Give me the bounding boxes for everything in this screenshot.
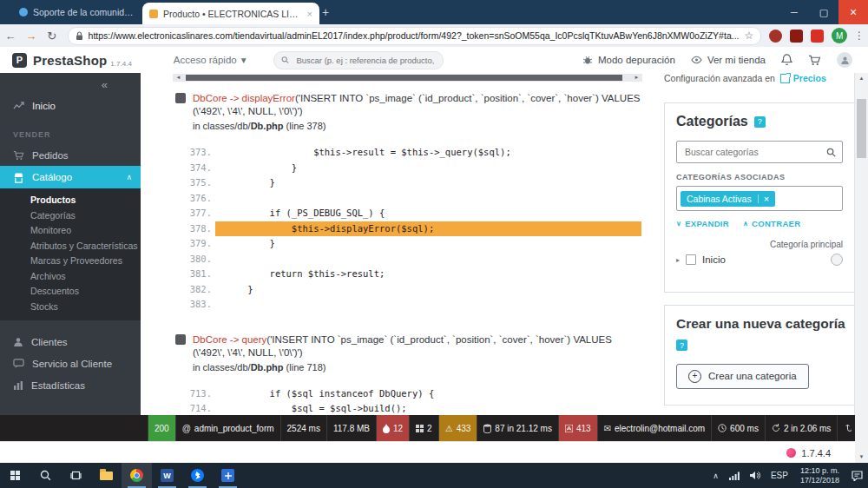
category-tree-item[interactable]: ▸ Inicio [676,254,843,278]
profiler-database[interactable]: 87 in 21.12 ms [477,415,558,441]
horizontal-scrollbar-track[interactable] [184,74,631,82]
url-text[interactable]: https://www.electronicaslinares.com/tien… [89,30,740,41]
collapse-all-link[interactable]: ∧ CONTRAER [743,219,800,228]
sidebar-item-servicio-al-cliente[interactable]: Servicio al Cliente [0,353,141,374]
notifications-bell-icon[interactable] [781,54,792,66]
forward-button[interactable]: → [21,30,42,43]
admin-profile-avatar[interactable] [837,52,852,68]
admin-search[interactable] [273,51,444,69]
expand-all-link[interactable]: ∨ EXPANDIR [676,219,729,228]
sidebar-subitem-descuentos[interactable]: Descuentos [0,284,141,300]
advanced-prices-link[interactable]: Precios [780,73,826,83]
sidebar-item-inicio[interactable]: Inicio [0,95,141,116]
network-icon[interactable] [724,463,745,488]
scroll-up-button[interactable]: ▲ [855,73,868,84]
horizontal-scrollbar-thumb[interactable] [186,75,622,81]
prestashop-logo-icon[interactable]: P [12,53,27,68]
messenger-taskbar-button[interactable] [182,463,213,488]
start-button[interactable] [0,463,30,488]
app-taskbar-button[interactable] [213,463,243,488]
window-minimize-button[interactable]: ─ [779,0,809,24]
view-shop-link[interactable]: Ver mi tienda [691,55,766,65]
taskbar-clock[interactable]: 12:10 p. m. 17/12/2018 [793,466,846,485]
profiler-status[interactable]: 200 [148,415,175,441]
sidebar-subitem-stocks[interactable]: Stocks [0,300,141,315]
volume-icon[interactable] [745,463,766,488]
profiler-route[interactable]: @ admin_product_form [175,415,280,441]
sidebar-subitem-marcas-y-proveedores[interactable]: Marcas y Proveedores [0,254,141,269]
code-line: 714. $sql = $sql->build(); [175,401,641,415]
remove-tag-icon[interactable]: × [758,195,769,203]
sidebar-subitem-categorias[interactable]: Categorías [0,208,141,224]
debug-mode-indicator[interactable]: Modo depuración [582,55,675,65]
profiler-ajax[interactable]: 600 ms [711,415,765,441]
vertical-scrollbar[interactable]: ▲ ▼ [854,73,868,463]
cart-icon[interactable] [808,55,821,66]
profiler-memory[interactable]: 117.8 MB [326,415,376,441]
adobe-extension-icon[interactable] [790,30,803,43]
tab-favicon [149,10,158,18]
bookmark-star-icon[interactable]: ☆ [744,30,753,42]
sidebar-subitem-archivos[interactable]: Archivos [0,269,141,285]
sidebar-subitem-monitoreo[interactable]: Monitoreo [0,223,141,239]
pdf-extension-icon[interactable] [811,30,824,43]
browser-menu-icon[interactable]: ⋮ [851,30,868,42]
taskbar-search-button[interactable] [30,463,61,488]
address-bar[interactable]: https://www.electronicaslinares.com/tien… [68,27,762,45]
quick-access-dropdown[interactable]: Acceso rápido ▾ [174,54,247,66]
sidebar-item-pedidos[interactable]: Pedidos [0,144,141,166]
error-toggle-icon[interactable] [175,334,186,345]
category-search[interactable] [676,141,843,163]
task-view-button[interactable] [61,463,91,488]
vertical-scrollbar-thumb[interactable] [857,99,866,158]
sidebar-subitem-productos[interactable]: Productos [0,193,141,208]
associated-categories-field[interactable]: Cabinas Activas × [676,186,843,211]
debug-mode-label: Modo depuración [598,55,675,65]
chrome-taskbar-button[interactable] [122,463,152,488]
profiler-forms[interactable]: 2 [409,415,438,441]
category-checkbox[interactable] [686,254,696,265]
browser-tab-product[interactable]: Producto • ELECTRONICAS LINAR × [142,3,319,24]
browser-profile-avatar[interactable]: M [832,28,847,43]
create-category-button[interactable]: + Crear una categoria [676,364,809,389]
profiler-errors[interactable]: 12 [376,415,409,441]
tray-overflow-caret[interactable]: ∧ [707,463,724,488]
scroll-down-button[interactable]: ▼ [855,452,868,463]
language-indicator[interactable]: ESP [766,463,793,488]
profiler-deprecations[interactable]: ⚠ 433 [438,415,477,441]
file-explorer-button[interactable] [91,463,122,488]
back-button[interactable]: ← [0,30,21,43]
tab-close-icon[interactable]: × [307,9,312,19]
profiler-hooks[interactable]: Hooks (3) [837,415,855,441]
browser-tab-support[interactable]: Soporte de la comunidad y ayud × [12,0,155,24]
horizontal-scrollbar[interactable]: ◄ ► [173,74,642,82]
main-category-radio[interactable] [831,254,843,266]
line-number: 376. [175,191,226,207]
collapse-sidebar-button[interactable]: « [102,78,108,91]
sidebar-item-clientes[interactable]: Clientes [0,331,141,353]
scroll-right-button[interactable]: ► [631,74,642,82]
profiler-mailer[interactable]: ✉ electrolin@hotmail.com [597,415,711,441]
error-toggle-icon[interactable] [175,93,186,103]
category-tag[interactable]: Cabinas Activas × [681,191,775,207]
category-search-input[interactable] [683,146,821,158]
help-icon[interactable]: ? [754,116,766,128]
help-icon[interactable]: ? [676,340,687,351]
extension-icon[interactable] [769,30,782,43]
word-taskbar-button[interactable]: W [152,463,182,488]
window-close-button[interactable]: × [838,0,868,24]
scroll-left-button[interactable]: ◄ [173,74,184,82]
reload-button[interactable]: ↻ [42,30,62,43]
sidebar-subitem-atributos-y-caracteristicas[interactable]: Atributos y Características [0,239,141,254]
admin-search-input[interactable] [294,55,436,66]
profiler-cache[interactable]: 2 in 2.06 ms [765,415,837,441]
sidebar-item-catalogo[interactable]: Catálogo ∧ [0,166,141,188]
tree-expand-icon[interactable]: ▸ [676,256,680,264]
profiler-translations[interactable]: 413 [558,415,597,441]
sidebar-item-estadisticas[interactable]: Estadísticas [0,374,141,396]
window-maximize-button[interactable]: ▢ [809,0,838,24]
orders-cart-icon [13,150,24,161]
profiler-time[interactable]: 2524 ms [280,415,326,441]
action-center-icon[interactable] [846,463,868,488]
new-tab-button[interactable]: + [318,4,333,20]
